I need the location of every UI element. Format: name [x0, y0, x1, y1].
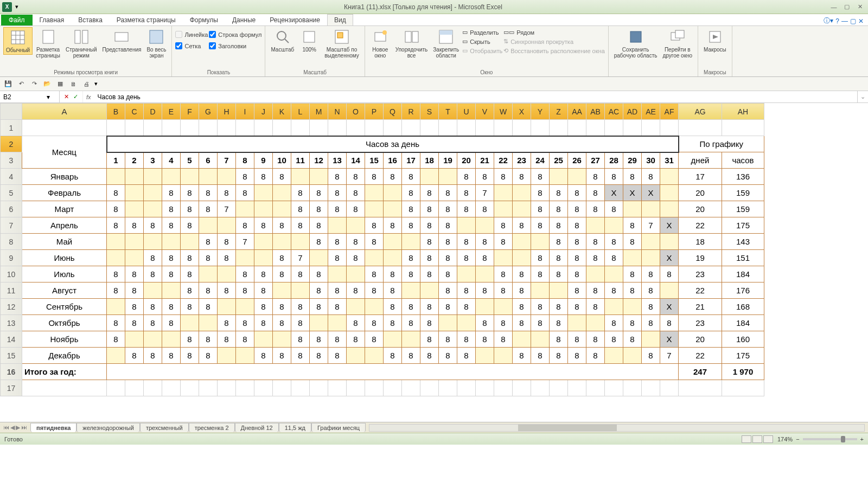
cell[interactable]: [679, 380, 722, 396]
cell-day-value[interactable]: 8: [254, 266, 273, 282]
cell-day-number[interactable]: 11: [291, 152, 310, 169]
cell-day-value[interactable]: 8: [181, 250, 199, 266]
cell-day-value[interactable]: [273, 201, 291, 217]
column-header[interactable]: N: [328, 104, 347, 120]
last-sheet-icon[interactable]: ⏭: [21, 424, 27, 431]
cell-day-value[interactable]: 8: [513, 266, 531, 282]
cell-day-value[interactable]: [347, 217, 365, 234]
cell[interactable]: [402, 120, 420, 136]
cell-day-value[interactable]: 8: [586, 201, 605, 217]
cell-day-value[interactable]: 8: [439, 266, 457, 282]
cell[interactable]: [384, 120, 402, 136]
cell-days-total[interactable]: 23: [679, 315, 722, 331]
cell-day-value[interactable]: [642, 201, 660, 217]
cell-day-value[interactable]: [199, 217, 218, 234]
cell-day-value[interactable]: [513, 185, 531, 201]
cell-day-value[interactable]: 8: [125, 299, 144, 315]
cell-day-value[interactable]: 8: [494, 315, 513, 331]
cell-day-value[interactable]: 8: [236, 315, 254, 331]
column-header[interactable]: D: [144, 104, 162, 120]
cell-day-value[interactable]: X: [642, 185, 660, 201]
cell-day-value[interactable]: [402, 234, 420, 250]
cell-day-value[interactable]: 8: [605, 169, 623, 185]
cell-day-value[interactable]: 8: [623, 217, 642, 234]
tab-insert[interactable]: Вставка: [71, 14, 110, 25]
row-header[interactable]: 2: [1, 136, 22, 152]
cell-day-value[interactable]: 8: [144, 217, 162, 234]
cell-day-value[interactable]: 8: [402, 266, 420, 282]
cell[interactable]: [125, 380, 144, 396]
page-layout-button[interactable]: Разметка страницы: [34, 27, 62, 60]
cell[interactable]: [236, 120, 254, 136]
cell-day-value[interactable]: 8: [328, 201, 347, 217]
cell-month-header[interactable]: Месяц: [22, 136, 107, 169]
cell-day-number[interactable]: 19: [439, 152, 457, 169]
cell-day-value[interactable]: [347, 266, 365, 282]
cell-day-value[interactable]: 8: [365, 282, 384, 299]
cell-day-value[interactable]: [347, 299, 365, 315]
cell-day-value[interactable]: 8: [550, 299, 568, 315]
cell-day-value[interactable]: 8: [162, 185, 181, 201]
worksheet-grid[interactable]: ABCDEFGHIJKLMNOPQRSTUVWXYZAAABACADAEAFAG…: [0, 103, 868, 422]
cell-year-hours-total[interactable]: 1 970: [722, 364, 764, 380]
cell[interactable]: [457, 120, 476, 136]
column-header[interactable]: P: [365, 104, 384, 120]
cell-day-value[interactable]: 8: [623, 331, 642, 348]
cell-day-value[interactable]: 8: [605, 201, 623, 217]
row-header[interactable]: 6: [1, 201, 22, 217]
row-header[interactable]: 4: [1, 169, 22, 185]
cell[interactable]: [199, 120, 218, 136]
cell-day-value[interactable]: [476, 348, 494, 364]
cell[interactable]: [476, 120, 494, 136]
cell-day-value[interactable]: 8: [347, 282, 365, 299]
cell-day-value[interactable]: 8: [642, 169, 660, 185]
cell-day-value[interactable]: 8: [420, 299, 439, 315]
cell-hours-total[interactable]: 160: [722, 331, 764, 348]
cell[interactable]: [457, 380, 476, 396]
cell-day-value[interactable]: 8: [568, 185, 586, 201]
column-header[interactable]: E: [162, 104, 181, 120]
cell[interactable]: [531, 120, 550, 136]
cell-month[interactable]: Июнь: [22, 250, 107, 266]
cell-day-value[interactable]: [125, 234, 144, 250]
cell-days-total[interactable]: 21: [679, 299, 722, 315]
cell-day-value[interactable]: 8: [439, 201, 457, 217]
cell-day-value[interactable]: [384, 185, 402, 201]
cell-day-value[interactable]: 8: [181, 266, 199, 282]
column-header[interactable]: L: [291, 104, 310, 120]
cell[interactable]: [365, 380, 384, 396]
select-all-corner[interactable]: [1, 104, 22, 120]
cell-day-value[interactable]: 8: [550, 331, 568, 348]
help-icon[interactable]: ?: [835, 17, 839, 25]
cell-day-value[interactable]: 8: [125, 266, 144, 282]
cell-day-value[interactable]: [328, 217, 347, 234]
cell-day-value[interactable]: [439, 315, 457, 331]
sheet-tab[interactable]: 11,5 жд: [279, 423, 311, 432]
cell-day-value[interactable]: 8: [310, 331, 328, 348]
cell-day-value[interactable]: [384, 331, 402, 348]
cell-day-value[interactable]: 8: [144, 266, 162, 282]
cell-day-value[interactable]: [623, 201, 642, 217]
cell-day-number[interactable]: 10: [273, 152, 291, 169]
cell[interactable]: [144, 380, 162, 396]
cell-day-value[interactable]: 8: [420, 185, 439, 201]
cell-day-value[interactable]: 8: [457, 282, 476, 299]
cell-day-value[interactable]: [236, 201, 254, 217]
cell-day-value[interactable]: 8: [328, 185, 347, 201]
cell-day-value[interactable]: [328, 266, 347, 282]
cell[interactable]: [550, 380, 568, 396]
cell-day-value[interactable]: [162, 282, 181, 299]
cell[interactable]: [513, 120, 531, 136]
cell-day-value[interactable]: 8: [476, 234, 494, 250]
cell-day-value[interactable]: 7: [236, 234, 254, 250]
column-header[interactable]: J: [254, 104, 273, 120]
cell-day-value[interactable]: [439, 169, 457, 185]
cell-day-value[interactable]: 8: [328, 169, 347, 185]
cell-day-value[interactable]: 8: [586, 348, 605, 364]
cell-day-value[interactable]: 8: [513, 169, 531, 185]
cell-day-value[interactable]: [660, 282, 679, 299]
tab-home[interactable]: Главная: [33, 14, 72, 25]
cell-day-value[interactable]: 8: [494, 169, 513, 185]
cell-day-value[interactable]: 8: [125, 217, 144, 234]
row-header[interactable]: 15: [1, 348, 22, 364]
